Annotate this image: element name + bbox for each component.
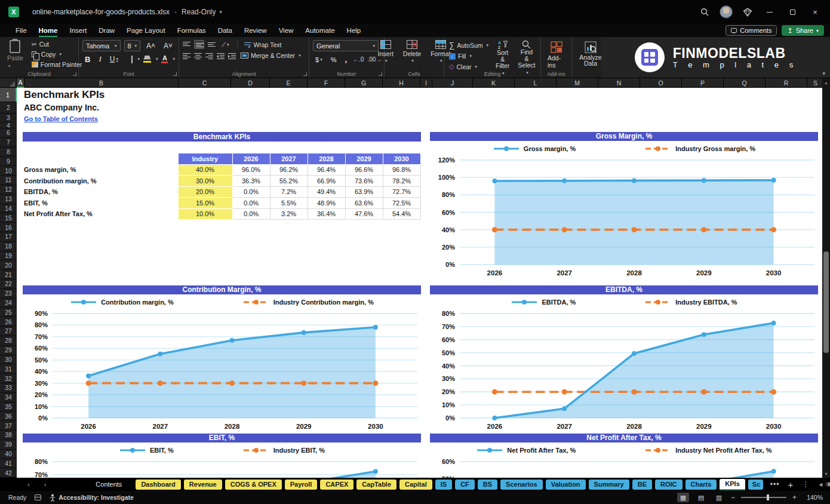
fill-color-button[interactable] bbox=[143, 56, 151, 63]
row-header-10[interactable]: 10 bbox=[0, 166, 17, 176]
sheet-tab-cf[interactable]: CF bbox=[455, 480, 475, 490]
clipboard-dialog-launcher-icon[interactable] bbox=[73, 72, 76, 76]
menu-tab-data[interactable]: Data bbox=[212, 26, 238, 35]
value-cell[interactable]: 96.0% bbox=[232, 164, 270, 176]
fill-button[interactable]: ↓Fill▾ bbox=[448, 52, 490, 60]
borders-icon[interactable] bbox=[131, 56, 133, 63]
value-cell[interactable]: 72.7% bbox=[383, 186, 420, 198]
scroll-up-icon[interactable]: ▲ bbox=[822, 78, 830, 87]
autosum-button[interactable]: ∑AutoSum▾ bbox=[448, 40, 490, 50]
cut-button[interactable]: ✂Cut bbox=[30, 40, 83, 48]
scroll-down-icon[interactable]: ▼ bbox=[822, 469, 830, 478]
row-header-18[interactable]: 18 bbox=[0, 242, 17, 251]
value-cell[interactable]: 0.0% bbox=[232, 208, 270, 220]
scroll-left-icon[interactable]: ◀ bbox=[819, 482, 822, 487]
sheet-tab-bs[interactable]: BS bbox=[478, 480, 497, 490]
font-color-button[interactable]: A bbox=[161, 56, 168, 63]
row-header-7[interactable]: 7 bbox=[0, 138, 17, 147]
alignment-dialog-launcher-icon[interactable] bbox=[303, 72, 307, 76]
row-label[interactable]: Gross margin, % bbox=[24, 164, 178, 176]
gross-margin-chart[interactable]: Gross Margin, %Gross margin, %Industry G… bbox=[430, 132, 818, 280]
diamond-icon[interactable] bbox=[738, 2, 757, 21]
row-header-24[interactable]: 24 bbox=[0, 299, 17, 308]
grow-font-button[interactable]: A˄ bbox=[144, 42, 158, 50]
vertical-scrollbar-thumb[interactable] bbox=[823, 251, 829, 353]
sheet-tab-capex[interactable]: CAPEX bbox=[320, 480, 353, 490]
column-header-G[interactable]: G bbox=[345, 78, 383, 88]
row-header-12[interactable]: 12 bbox=[0, 185, 17, 195]
more-sheets-icon[interactable]: ••• bbox=[766, 480, 784, 488]
row-header-42[interactable]: 42 bbox=[0, 468, 17, 478]
bold-button[interactable]: B bbox=[82, 55, 93, 64]
zoom-level[interactable]: 140% bbox=[803, 494, 823, 501]
paste-button[interactable]: Paste ▾ bbox=[4, 40, 27, 69]
prev-sheet-icon[interactable]: ‹ bbox=[20, 481, 37, 488]
increase-decimal-button[interactable]: ←.0 bbox=[353, 56, 364, 63]
addins-button[interactable]: Add-ins bbox=[545, 41, 568, 69]
value-cell[interactable]: 63.6% bbox=[345, 198, 383, 209]
worksheet[interactable]: Benchmark KPIs ABC Company Inc. Go to Ta… bbox=[17, 88, 822, 478]
row-header-9[interactable]: 9 bbox=[0, 156, 17, 166]
accessibility-status[interactable]: Accessibility: Investigate bbox=[50, 494, 133, 502]
row-header-16[interactable]: 16 bbox=[0, 223, 17, 232]
value-cell[interactable]: 55.2% bbox=[270, 176, 308, 187]
align-bottom-icon[interactable] bbox=[208, 41, 216, 48]
column-header-P[interactable]: P bbox=[682, 78, 724, 88]
currency-format-button[interactable]: $▾ bbox=[313, 56, 325, 63]
align-middle-icon[interactable] bbox=[194, 40, 204, 49]
value-cell[interactable]: 0.0% bbox=[232, 186, 270, 198]
row-header-30[interactable]: 30 bbox=[0, 355, 17, 365]
sheet-tab-valuation[interactable]: Valuation bbox=[546, 480, 586, 490]
zoom-in-icon[interactable]: + bbox=[792, 493, 797, 502]
number-format-select[interactable]: General▾ bbox=[313, 40, 379, 51]
column-header-N[interactable]: N bbox=[598, 78, 640, 88]
row-header-22[interactable]: 22 bbox=[0, 279, 17, 289]
row-label[interactable]: EBITDA, % bbox=[24, 186, 178, 198]
industry-cell[interactable]: 20.0% bbox=[178, 186, 232, 198]
value-cell[interactable]: 3.2% bbox=[270, 208, 308, 220]
sheet-tab-kpis[interactable]: KPIs bbox=[720, 479, 745, 490]
row-header-1[interactable]: 1 bbox=[0, 88, 17, 102]
comma-format-button[interactable]: , bbox=[342, 55, 349, 64]
analyze-data-button[interactable]: AnalyzeData bbox=[576, 41, 605, 66]
select-all-corner[interactable] bbox=[0, 78, 17, 88]
close-button[interactable]: × bbox=[805, 2, 825, 22]
row-header-40[interactable]: 40 bbox=[0, 450, 17, 459]
value-cell[interactable]: 36.4% bbox=[308, 208, 345, 220]
column-header-C[interactable]: C bbox=[179, 78, 231, 88]
row-header-13[interactable]: 13 bbox=[0, 195, 17, 204]
sheet-tab-payroll[interactable]: Payroll bbox=[285, 480, 318, 490]
collapse-ribbon-icon[interactable]: ▾ bbox=[822, 70, 825, 76]
excel-app-icon[interactable]: X bbox=[8, 7, 19, 17]
row-header-32[interactable]: 32 bbox=[0, 374, 17, 383]
row-header-27[interactable]: 27 bbox=[0, 327, 17, 336]
table-header-2029[interactable]: 2029 bbox=[345, 153, 383, 165]
orientation-icon[interactable]: ⟋▾ bbox=[219, 41, 232, 48]
value-cell[interactable]: 96.4% bbox=[308, 164, 345, 176]
row-header-11[interactable]: 11 bbox=[0, 176, 17, 185]
increase-indent-icon[interactable] bbox=[228, 53, 236, 59]
macro-record-icon[interactable] bbox=[35, 494, 41, 500]
value-cell[interactable]: 96.2% bbox=[270, 164, 308, 176]
font-size-select[interactable]: 8▾ bbox=[124, 40, 140, 51]
align-left-icon[interactable] bbox=[183, 53, 190, 59]
menu-tab-formulas[interactable]: Formulas bbox=[171, 26, 212, 35]
search-icon[interactable] bbox=[695, 2, 714, 21]
wrap-text-button[interactable]: Wrap Text bbox=[243, 41, 283, 49]
industry-cell[interactable]: 40.0% bbox=[178, 164, 232, 176]
align-top-icon[interactable] bbox=[183, 41, 190, 48]
menu-tab-file[interactable]: File bbox=[10, 26, 33, 35]
row-header-20[interactable]: 20 bbox=[0, 260, 17, 270]
row-header-15[interactable]: 15 bbox=[0, 213, 17, 223]
value-cell[interactable]: 63.9% bbox=[345, 186, 383, 198]
row-header-29[interactable]: 29 bbox=[0, 346, 17, 355]
menu-tab-help[interactable]: Help bbox=[341, 26, 367, 35]
row-header-14[interactable]: 14 bbox=[0, 204, 17, 214]
row-header-28[interactable]: 28 bbox=[0, 336, 17, 346]
sheet-options-icon[interactable]: ⋮ bbox=[798, 480, 814, 488]
comments-button[interactable]: Comments bbox=[726, 25, 777, 36]
table-of-contents-link[interactable]: Go to Table of Contents bbox=[24, 115, 98, 122]
column-header-L[interactable]: L bbox=[515, 78, 557, 88]
insert-cells-button[interactable]: Insert▾ bbox=[375, 40, 396, 63]
column-header-R[interactable]: R bbox=[766, 78, 807, 88]
